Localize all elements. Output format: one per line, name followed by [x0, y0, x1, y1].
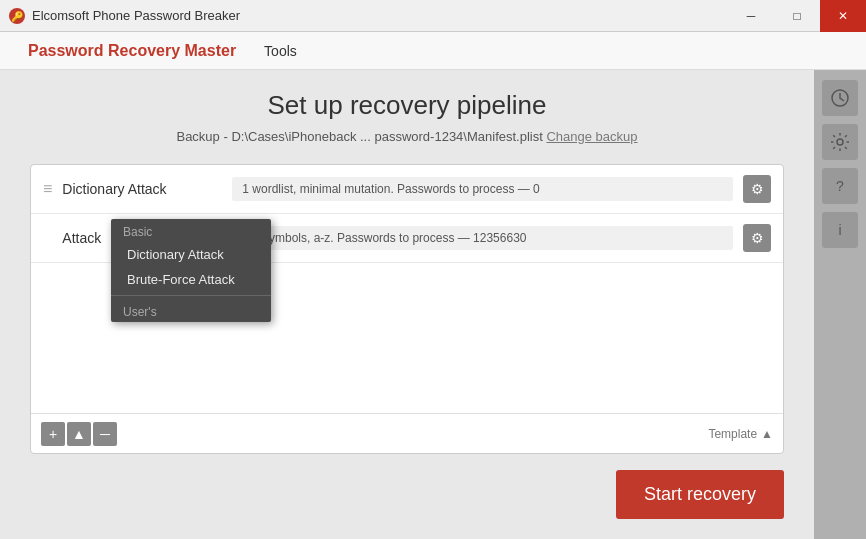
remove-attack-button[interactable]: ─ [93, 422, 117, 446]
start-recovery-button[interactable]: Start recovery [616, 470, 784, 519]
restore-button[interactable]: □ [774, 0, 820, 32]
attack-desc-1: 1 wordlist, minimal mutation. Passwords … [232, 177, 733, 201]
app-icon: 🔑 [8, 7, 26, 25]
dropdown-menu: Basic Dictionary Attack Brute-Force Atta… [111, 219, 271, 322]
backup-path: Backup - D:\Cases\iPhoneback ... passwor… [176, 129, 542, 144]
left-panel: Set up recovery pipeline Backup - D:\Cas… [0, 70, 814, 539]
attack-name-1: Dictionary Attack [62, 181, 222, 197]
window-title: Elcomsoft Phone Password Breaker [32, 8, 240, 23]
dropdown-item-brute-force[interactable]: Brute-Force Attack [111, 267, 271, 292]
gear-button-2[interactable]: ⚙ [743, 224, 771, 252]
add-attack-button[interactable]: + [41, 422, 65, 446]
settings-icon[interactable] [822, 124, 858, 160]
svg-text:?: ? [836, 178, 844, 194]
pipeline-container: ≡ Dictionary Attack 1 wordlist, minimal … [30, 164, 784, 454]
history-icon[interactable] [822, 80, 858, 116]
template-label: Template [708, 427, 757, 441]
titlebar-left: 🔑 Elcomsoft Phone Password Breaker [0, 7, 240, 25]
attack-row-1: ≡ Dictionary Attack 1 wordlist, minimal … [31, 165, 783, 214]
menubar: Password Recovery Master Tools [0, 32, 866, 70]
right-sidebar: ? i [814, 70, 866, 539]
template-chevron-icon: ▲ [761, 427, 773, 441]
drag-handle-1[interactable]: ≡ [43, 180, 52, 198]
menu-item-tools[interactable]: Tools [252, 39, 309, 63]
window-controls: ─ □ ✕ [728, 0, 866, 32]
svg-text:🔑: 🔑 [11, 10, 24, 23]
pipeline-toolbar: + ▲ ─ Template ▲ [31, 413, 783, 453]
info-icon[interactable]: i [822, 212, 858, 248]
minimize-button[interactable]: ─ [728, 0, 774, 32]
page-title: Set up recovery pipeline [30, 90, 784, 121]
help-icon[interactable]: ? [822, 168, 858, 204]
main-content: Set up recovery pipeline Backup - D:\Cas… [0, 70, 866, 539]
gear-button-1[interactable]: ⚙ [743, 175, 771, 203]
move-up-button[interactable]: ▲ [67, 422, 91, 446]
dropdown-users-label: User's [111, 299, 271, 322]
change-backup-link[interactable]: Change backup [546, 129, 637, 144]
attack-desc-2: 1-5 symbols, a-z. Passwords to process —… [232, 226, 733, 250]
dropdown-basic-label: Basic [111, 219, 271, 242]
dropdown-item-dictionary[interactable]: Dictionary Attack [111, 242, 271, 267]
backup-info: Backup - D:\Cases\iPhoneback ... passwor… [30, 129, 784, 144]
toolbar-left: + ▲ ─ [41, 422, 117, 446]
svg-text:i: i [838, 222, 841, 238]
close-button[interactable]: ✕ [820, 0, 866, 32]
titlebar: 🔑 Elcomsoft Phone Password Breaker ─ □ ✕ [0, 0, 866, 32]
menu-item-password-recovery[interactable]: Password Recovery Master [16, 38, 248, 64]
template-link[interactable]: Template ▲ [708, 427, 773, 441]
dropdown-divider [111, 295, 271, 296]
svg-point-3 [837, 139, 843, 145]
